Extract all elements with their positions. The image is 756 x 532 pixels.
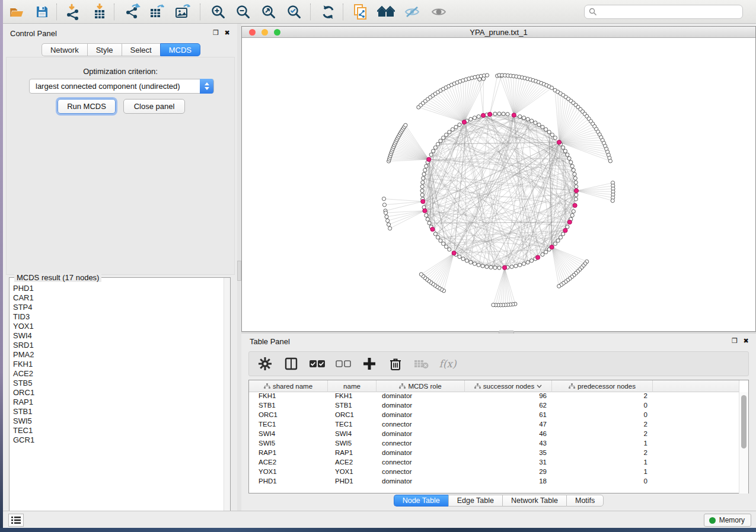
table-settings-gear-icon[interactable]	[257, 356, 273, 371]
cell-shared-name[interactable]: SWI4	[249, 430, 328, 440]
cell-shared-name[interactable]: TEC1	[249, 421, 328, 430]
result-list-item[interactable]: TEC1	[13, 426, 221, 435]
result-list-item[interactable]: PHD1	[13, 284, 221, 293]
import-table-icon[interactable]	[90, 2, 110, 21]
table-row[interactable]: SWI5SWI5connector431	[249, 440, 739, 449]
cell-successor-nodes[interactable]: 61	[465, 411, 552, 421]
cell-successor-nodes[interactable]: 62	[465, 402, 552, 411]
cell-name[interactable]: TEC1	[328, 421, 377, 430]
result-list-item[interactable]: YOX1	[13, 322, 221, 331]
cell-predecessor-nodes[interactable]: 2	[552, 449, 653, 459]
cell-shared-name[interactable]: STB1	[249, 402, 328, 411]
cell-MCDS-role[interactable]: dominator	[377, 477, 465, 487]
cell-shared-name[interactable]: ORC1	[249, 411, 328, 421]
cell-shared-name[interactable]: SWI5	[249, 440, 328, 449]
cell-name[interactable]: PHD1	[328, 477, 377, 487]
zoom-selected-icon[interactable]	[284, 2, 304, 21]
add-column-icon[interactable]	[362, 356, 377, 371]
column-header-MCDS-role[interactable]: MCDS role	[377, 380, 465, 392]
cell-name[interactable]: FKH1	[328, 392, 377, 402]
import-network-icon[interactable]	[63, 2, 83, 21]
column-header-shared-name[interactable]: shared name	[249, 380, 328, 392]
close-panel-icon[interactable]: ✖	[224, 30, 231, 37]
result-list-item[interactable]: STP4	[13, 303, 221, 312]
table-row[interactable]: YOX1YOX1connector291	[249, 468, 739, 477]
close-panel-button[interactable]: Close panel	[123, 99, 185, 114]
result-list-scrollbar[interactable]	[224, 278, 230, 515]
table-scrollbar-thumb[interactable]	[741, 395, 747, 448]
table-row[interactable]: ORC1ORC1dominator610	[249, 411, 739, 421]
cell-MCDS-role[interactable]: dominator	[377, 392, 465, 402]
export-image-icon[interactable]	[173, 2, 193, 21]
float-panel-icon[interactable]: ❒	[212, 30, 219, 37]
hide-selected-icon[interactable]	[402, 2, 422, 21]
result-list-item[interactable]: SWI4	[13, 331, 221, 341]
cell-MCDS-role[interactable]: connector	[377, 468, 465, 477]
cell-successor-nodes[interactable]: 29	[465, 468, 552, 477]
zoom-fit-icon[interactable]	[259, 2, 279, 21]
cell-predecessor-nodes[interactable]: 1	[552, 440, 653, 449]
search-input[interactable]	[584, 5, 743, 19]
table-row[interactable]: STB1STB1dominator620	[249, 402, 739, 411]
export-table-icon[interactable]	[147, 2, 167, 21]
cell-successor-nodes[interactable]: 96	[465, 392, 552, 402]
cell-MCDS-role[interactable]: dominator	[377, 430, 465, 440]
select-all-rows-icon[interactable]	[310, 356, 325, 371]
tab-edge-table[interactable]: Edge Table	[448, 495, 502, 507]
result-list-item[interactable]: FKH1	[13, 360, 221, 369]
tab-network[interactable]: Network	[42, 43, 87, 56]
zoom-out-icon[interactable]	[233, 2, 253, 21]
cell-name[interactable]: ACE2	[328, 459, 377, 468]
table-row[interactable]: RAP1RAP1dominator352	[249, 449, 739, 459]
first-neighbors-icon[interactable]	[376, 2, 396, 21]
zoom-in-icon[interactable]	[208, 2, 228, 21]
table-row[interactable]: ACE2ACE2connector311	[249, 459, 739, 468]
cell-successor-nodes[interactable]: 43	[465, 440, 552, 449]
network-graph[interactable]	[242, 38, 755, 331]
cell-successor-nodes[interactable]: 35	[465, 449, 552, 459]
mcds-result-list[interactable]: PHD1CAR1STP4TID3YOX1SWI4SRD1PMA2FKH1ACE2…	[9, 279, 221, 515]
cell-predecessor-nodes[interactable]: 0	[552, 411, 653, 421]
float-table-panel-icon[interactable]: ❒	[731, 338, 738, 345]
cell-shared-name[interactable]: ACE2	[249, 459, 328, 468]
result-list-item[interactable]: PMA2	[13, 350, 221, 360]
column-header-successor-nodes[interactable]: successor nodes	[465, 380, 552, 392]
cell-name[interactable]: ORC1	[328, 411, 377, 421]
cell-predecessor-nodes[interactable]: 2	[552, 421, 653, 430]
vertical-splitter[interactable]	[237, 24, 241, 511]
cell-predecessor-nodes[interactable]: 1	[552, 459, 653, 468]
refresh-layout-icon[interactable]	[318, 2, 338, 21]
cell-MCDS-role[interactable]: dominator	[377, 411, 465, 421]
table-row[interactable]: PHD1PHD1dominator180	[249, 477, 739, 487]
cell-name[interactable]: STB1	[328, 402, 377, 411]
cell-predecessor-nodes[interactable]: 0	[552, 402, 653, 411]
result-list-item[interactable]: TID3	[13, 312, 221, 322]
result-list-item[interactable]: SWI5	[13, 416, 221, 426]
tab-node-table[interactable]: Node Table	[394, 495, 448, 507]
cell-MCDS-role[interactable]: connector	[377, 459, 465, 468]
result-list-item[interactable]: STB1	[13, 407, 221, 416]
show-all-icon[interactable]	[429, 2, 449, 21]
tab-style[interactable]: Style	[87, 43, 122, 56]
cell-shared-name[interactable]: RAP1	[249, 449, 328, 459]
result-list-item[interactable]: SRD1	[13, 341, 221, 350]
network-canvas[interactable]	[242, 38, 755, 331]
table-scrollbar[interactable]	[739, 392, 748, 493]
run-mcds-button[interactable]: Run MCDS	[58, 99, 116, 114]
result-list-item[interactable]: CAR1	[13, 293, 221, 303]
cell-predecessor-nodes[interactable]: 2	[552, 392, 653, 402]
memory-button[interactable]: Memory	[704, 514, 751, 527]
cell-successor-nodes[interactable]: 47	[465, 421, 552, 430]
cell-MCDS-role[interactable]: connector	[377, 421, 465, 430]
cell-name[interactable]: SWI5	[328, 440, 377, 449]
result-list-item[interactable]: ACE2	[13, 369, 221, 379]
cell-shared-name[interactable]: FKH1	[249, 392, 328, 402]
table-row[interactable]: FKH1FKH1dominator962	[249, 392, 739, 402]
duplicate-network-icon[interactable]	[350, 2, 371, 21]
column-header-name[interactable]: name	[328, 380, 377, 392]
network-window-titlebar[interactable]: YPA_prune.txt_1	[242, 27, 755, 38]
deselect-all-rows-icon[interactable]	[336, 356, 351, 371]
tab-motifs[interactable]: Motifs	[566, 495, 604, 507]
result-list-item[interactable]: STB5	[13, 379, 221, 388]
delete-column-trash-icon[interactable]	[388, 356, 403, 371]
